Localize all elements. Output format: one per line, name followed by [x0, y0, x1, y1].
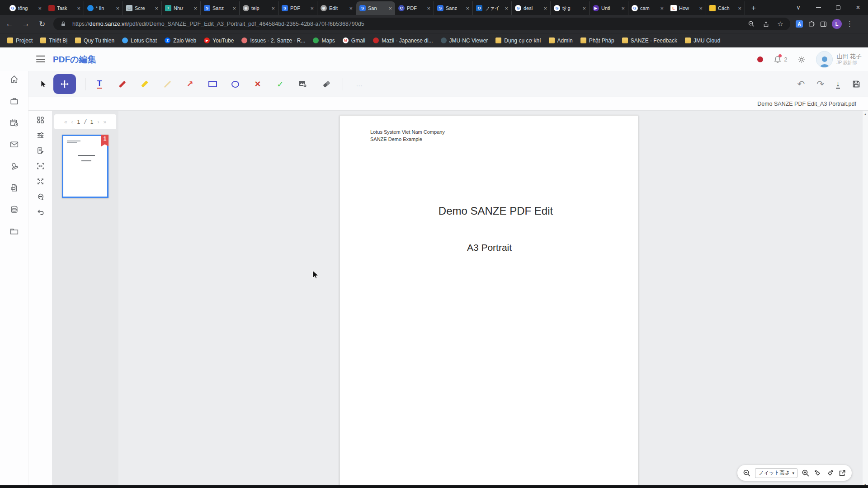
reload-button[interactable]: ↻	[35, 17, 49, 31]
first-page-icon[interactable]: «	[64, 119, 67, 125]
bookmark-item[interactable]: Phật Pháp	[580, 38, 614, 44]
browser-tab[interactable]: C PDF ×	[395, 1, 434, 15]
browser-tab[interactable]: S San ×	[356, 1, 395, 15]
zoom-fit-select[interactable]: フィット高さ ▾	[755, 468, 797, 478]
rotate-right-icon[interactable]	[826, 469, 834, 477]
bookmark-item[interactable]: Lotus Chat	[122, 38, 157, 44]
bookmark-item[interactable]: M Gmail	[343, 38, 365, 44]
browser-tab[interactable]: ▭ Scre ×	[123, 1, 162, 15]
bookmark-item[interactable]: ▶ YouTube	[204, 38, 234, 44]
comments-icon[interactable]	[36, 192, 45, 201]
browser-tab[interactable]: O ファイ ×	[473, 1, 512, 15]
sidebar-item-folder[interactable]	[9, 226, 19, 236]
extensions-icon[interactable]	[807, 20, 815, 28]
scatter-arrows-icon[interactable]	[36, 177, 45, 186]
address-bar[interactable]: https://demo.sanze.vn/pdf/edit/Demo_SANZ…	[53, 18, 790, 30]
eraser-tool[interactable]	[319, 71, 334, 97]
tab-close-icon[interactable]: ×	[38, 5, 42, 11]
sidebar-item-mail[interactable]	[9, 140, 19, 149]
browser-tab[interactable]: + Như ×	[162, 1, 201, 15]
notifications-bell[interactable]: 2	[773, 55, 787, 64]
move-tool-active[interactable]	[53, 74, 76, 94]
select-tool[interactable]	[37, 71, 49, 97]
window-maximize-button[interactable]	[828, 0, 848, 15]
save-button[interactable]	[852, 80, 861, 89]
pdf-canvas[interactable]: Lotus System Viet Nam Company SANZE Demo…	[118, 111, 863, 488]
browser-tab[interactable]: G tỷ g ×	[551, 1, 590, 15]
sidebar-item-stamp[interactable]	[9, 161, 19, 171]
tab-close-icon[interactable]: ×	[505, 5, 508, 11]
sliders-icon[interactable]	[36, 131, 45, 140]
tab-close-icon[interactable]: ×	[193, 5, 197, 11]
rectangle-tool[interactable]	[206, 71, 219, 97]
red-pen-tool[interactable]	[115, 71, 129, 97]
next-page-icon[interactable]: ›	[97, 119, 99, 125]
browser-tab[interactable]: Task ×	[45, 1, 84, 15]
window-close-button[interactable]: ×	[848, 0, 868, 15]
line-tool[interactable]	[160, 71, 174, 97]
browser-tab[interactable]: ⊕ Edit ×	[317, 1, 356, 15]
tab-close-icon[interactable]: ×	[582, 5, 586, 11]
focus-frame-icon[interactable]	[36, 161, 45, 170]
tab-close-icon[interactable]: ×	[349, 5, 353, 11]
back-button[interactable]: ←	[3, 17, 16, 31]
bookmark-star-icon[interactable]: ☆	[775, 19, 786, 29]
sidebar-item-pdf-file[interactable]	[9, 183, 19, 192]
bookmark-item[interactable]: Project	[7, 38, 33, 44]
zoom-out-icon[interactable]	[743, 469, 751, 477]
zoom-in-icon[interactable]	[802, 469, 810, 477]
tab-close-icon[interactable]: ×	[466, 5, 469, 11]
window-minimize-button[interactable]	[808, 0, 828, 15]
tab-close-icon[interactable]: ×	[271, 5, 275, 11]
more-tools-button[interactable]: ...	[352, 71, 367, 97]
tab-close-icon[interactable]: ×	[621, 5, 625, 11]
browser-tab[interactable]: ▶ Unti ×	[590, 1, 628, 15]
tab-close-icon[interactable]: ×	[310, 5, 314, 11]
settings-gear-icon[interactable]	[797, 55, 806, 64]
browser-tab[interactable]: Cách ×	[706, 1, 745, 15]
bookmark-item[interactable]: Maps	[313, 38, 335, 44]
redo-button[interactable]: ↷	[816, 79, 824, 89]
download-button[interactable]: ↓	[836, 80, 840, 89]
scroll-up-icon[interactable]: ▲	[864, 111, 867, 117]
cross-mark-tool[interactable]: ×	[251, 71, 264, 97]
bookmark-item[interactable]: Dụng cụ cơ khí	[495, 38, 541, 44]
sidebar-item-coins[interactable]	[9, 205, 19, 214]
components-grid-icon[interactable]	[36, 115, 45, 124]
translate-icon[interactable]: A	[796, 20, 803, 28]
bookmark-item[interactable]: Thiết Bị	[40, 38, 67, 44]
bookmark-item[interactable]: Mazii - Japanese di...	[373, 38, 433, 44]
sidebar-item-home[interactable]	[9, 75, 19, 84]
pdf-page[interactable]: Lotus System Viet Nam Company SANZE Demo…	[340, 115, 638, 488]
tab-close-icon[interactable]: ×	[699, 5, 703, 11]
document-edit-icon[interactable]	[36, 146, 45, 155]
browser-tab[interactable]: G cam ×	[628, 1, 667, 15]
previous-page-icon[interactable]: ‹	[71, 119, 73, 125]
bookmark-item[interactable]: SANZE - Feedback	[622, 38, 677, 44]
browser-tab[interactable]: * lin ×	[84, 1, 123, 15]
share-icon[interactable]	[760, 19, 771, 29]
last-page-icon[interactable]: »	[103, 119, 106, 125]
new-tab-button[interactable]: +	[748, 2, 760, 14]
page-thumbnail[interactable]: 1	[62, 135, 108, 198]
text-tool[interactable]: T	[93, 71, 106, 97]
tab-close-icon[interactable]: ×	[738, 5, 741, 11]
ellipse-tool[interactable]	[228, 71, 242, 97]
tab-close-icon[interactable]: ×	[77, 5, 80, 11]
browser-tab[interactable]: S PDF ×	[278, 1, 317, 15]
back-return-icon[interactable]	[36, 207, 45, 216]
browser-tab[interactable]: S Sanz ×	[201, 1, 240, 15]
user-menu[interactable]: 山田 花子 JP-設計部	[816, 51, 862, 68]
browser-tab[interactable]: L How ×	[667, 1, 706, 15]
tab-close-icon[interactable]: ×	[427, 5, 430, 11]
check-mark-tool[interactable]: ✓	[274, 71, 287, 97]
rotate-left-icon[interactable]	[814, 469, 822, 477]
hamburger-menu-icon[interactable]	[36, 56, 45, 62]
bookmark-item[interactable]: Issues - 2. Sanze - R...	[241, 38, 305, 44]
browser-tab[interactable]: ⊕ teip ×	[240, 1, 278, 15]
arrow-tool[interactable]: ↗	[183, 71, 197, 97]
browser-profile-avatar[interactable]: L	[832, 19, 842, 29]
tab-close-icon[interactable]: ×	[116, 5, 119, 11]
current-page-number[interactable]: 1	[77, 119, 80, 125]
tab-close-icon[interactable]: ×	[543, 5, 547, 11]
